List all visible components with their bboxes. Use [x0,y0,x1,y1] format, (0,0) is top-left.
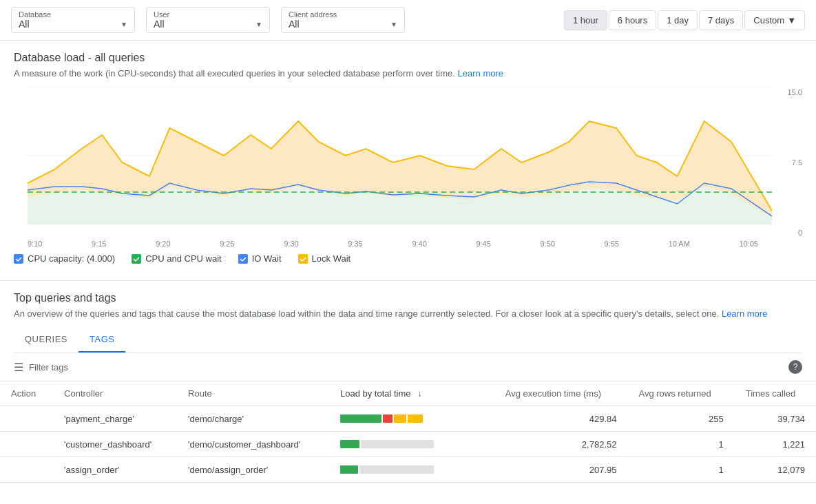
time-btn-6hours[interactable]: 6 hours [609,10,656,30]
td-times-called-0: 39,734 [735,406,816,432]
legend-lock-wait-label: Lock Wait [312,253,351,264]
x-label-3: 9:25 [220,240,234,248]
y-axis-labels: 15.0 7.5 0 [777,87,802,238]
td-route-2: 'demo/assign_order' [177,457,329,483]
th-times-called: Times called [735,381,816,406]
th-controller: Controller [53,381,177,406]
chart-legend: CPU capacity: (4.000) CPU and CPU wait I… [14,253,802,269]
th-load-label: Load by total time [340,388,411,399]
database-value: All [19,19,30,30]
chart-svg [28,87,772,224]
td-avg-exec-1: 2,782.52 [494,432,628,457]
time-btn-1hour[interactable]: 1 hour [564,10,607,30]
user-dropdown[interactable]: User All ▼ [146,7,270,33]
chart-section: Database load - all queries A measure of… [0,41,816,280]
x-label-11: 10:05 [739,240,758,248]
user-select[interactable]: All ▼ [154,19,262,30]
legend-cpu-capacity-check [14,254,23,264]
td-avg-rows-0: 255 [627,406,734,432]
th-avg-exec: Avg execution time (ms) [494,381,628,406]
bar-container-0 [340,413,483,424]
queries-title: Top queries and tags [14,292,802,304]
chart-area: 15.0 7.5 0 [14,87,802,238]
chart-learn-more-link[interactable]: Learn more [458,68,503,78]
queries-learn-more-link[interactable]: Learn more [722,308,767,319]
th-controller-label: Controller [64,388,103,399]
td-route-0: 'demo/charge' [177,406,329,432]
td-controller-1: 'customer_dashboard' [53,432,177,457]
filter-text[interactable]: Filter tags [29,362,68,372]
user-arrow-icon: ▼ [255,21,262,28]
legend-cpu-wait-check [132,254,141,264]
bar-segment-green-1 [340,440,359,448]
time-btn-1day[interactable]: 1 day [658,10,698,30]
legend-cpu-capacity-label: CPU capacity: (4.000) [28,253,115,264]
tab-tags[interactable]: TAGS [79,327,125,353]
filter-bar: ☰ Filter tags ? [0,353,816,381]
y-max: 15.0 [777,88,802,96]
bar-container-1 [340,439,483,450]
td-action-2 [0,457,53,483]
td-load-2 [329,457,494,483]
chart-desc-text: A measure of the work (in CPU-seconds) t… [14,68,455,78]
queries-desc-text: An overview of the queries and tags that… [14,308,719,319]
queries-section: Top queries and tags An overview of the … [0,281,816,353]
th-load[interactable]: Load by total time ↓ [329,381,494,406]
time-buttons: 1 hour 6 hours 1 day 7 days Custom ▼ [564,10,805,30]
td-route-1: 'demo/customer_dashboard' [177,432,329,457]
legend-lock-wait[interactable]: Lock Wait [298,253,351,264]
client-address-arrow-icon: ▼ [390,21,397,28]
database-dropdown[interactable]: Database All ▼ [11,7,135,33]
database-arrow-icon: ▼ [121,21,127,28]
legend-io-wait-check [238,254,248,264]
th-action: Action [0,381,53,406]
client-address-dropdown[interactable]: Client address All ▼ [281,7,405,33]
x-label-4: 9:30 [284,240,298,248]
chart-svg-wrapper [28,87,772,224]
help-icon[interactable]: ? [788,360,802,374]
client-address-select[interactable]: All ▼ [289,19,397,30]
th-times-called-label: Times called [746,388,795,399]
x-label-6: 9:40 [412,240,426,248]
legend-cpu-wait[interactable]: CPU and CPU wait [132,253,222,264]
x-label-1: 9:15 [92,240,106,248]
y-mid: 7.5 [777,158,802,167]
client-address-value: All [289,19,300,30]
tab-queries[interactable]: QUERIES [14,327,79,353]
top-bar: Database All ▼ User All ▼ Client address… [0,0,816,41]
th-action-label: Action [11,388,36,399]
x-label-7: 9:45 [476,240,490,248]
td-avg-rows-2: 1 [627,457,734,483]
database-select[interactable]: All ▼ [19,19,127,30]
bar-segment-orange-0 [394,414,406,423]
th-route: Route [177,381,329,406]
time-btn-custom[interactable]: Custom ▼ [744,10,805,30]
table-body: 'payment_charge' 'demo/charge' 429.84 25… [0,406,816,483]
td-controller-0: 'payment_charge' [53,406,177,432]
queries-description: An overview of the queries and tags that… [14,308,802,319]
td-load-1 [329,432,494,457]
x-label-8: 9:50 [541,240,555,248]
td-times-called-1: 1,221 [735,432,816,457]
sort-desc-icon: ↓ [418,389,422,399]
user-label: User [154,10,262,19]
time-btn-7days[interactable]: 7 days [699,10,743,30]
table-row[interactable]: 'payment_charge' 'demo/charge' 429.84 25… [0,406,816,432]
bar-segment-gray-1 [361,440,434,448]
y-min: 0 [777,229,802,237]
table-row[interactable]: 'customer_dashboard' 'demo/customer_dash… [0,432,816,457]
legend-cpu-capacity[interactable]: CPU capacity: (4.000) [14,253,115,264]
td-avg-exec-2: 207.95 [494,457,628,483]
legend-io-wait[interactable]: IO Wait [238,253,282,264]
table-header: Action Controller Route Load by total ti… [0,381,816,406]
td-avg-rows-1: 1 [627,432,734,457]
th-avg-rows-label: Avg rows returned [638,388,711,399]
bar-segment-gray-2 [359,465,434,474]
table-row[interactable]: 'assign_order' 'demo/assign_order' 207.9… [0,457,816,483]
td-controller-2: 'assign_order' [53,457,177,483]
client-address-label: Client address [289,10,397,19]
td-action-1 [0,432,53,457]
th-avg-rows: Avg rows returned [627,381,734,406]
filter-icon: ☰ [14,361,23,374]
database-label: Database [19,10,127,19]
